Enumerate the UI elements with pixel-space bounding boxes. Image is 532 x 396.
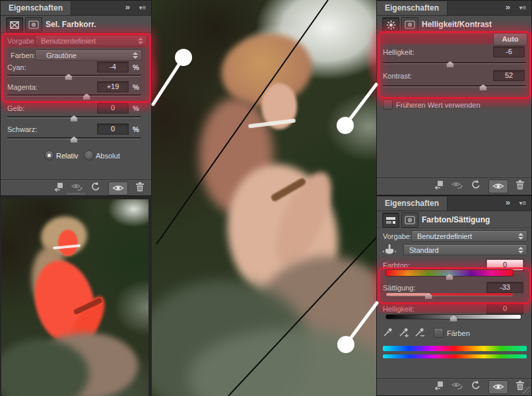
panel-resize-grip[interactable] — [523, 387, 530, 394]
visibility-eye-icon[interactable] — [488, 180, 508, 193]
slider-track — [7, 75, 141, 76]
mask-icon[interactable] — [25, 17, 42, 32]
helligkeit-label: Helligkeit: — [383, 48, 415, 56]
trash-icon[interactable] — [135, 182, 145, 195]
mask-icon[interactable] — [401, 17, 418, 32]
hue-ramp-adjusted — [383, 354, 527, 358]
trash-icon[interactable] — [515, 180, 525, 193]
schwarz-slider[interactable] — [7, 134, 141, 143]
clip-to-layer-icon[interactable] — [432, 180, 444, 193]
panel-menu-icon[interactable]: ▾≡ — [517, 3, 529, 12]
panel-footer — [377, 378, 531, 395]
vorgabe-dropdown[interactable]: Benutzerdefiniert — [35, 35, 147, 46]
tab-eigenschaften[interactable]: Eigenschaften — [1, 1, 71, 15]
farben-label: Farben: — [11, 51, 36, 59]
schwarz-value[interactable]: 0 — [97, 123, 129, 135]
kontrast-slider[interactable] — [383, 82, 526, 91]
auto-button[interactable]: Auto — [493, 33, 527, 46]
panel-tab-bar: Eigenschaften » ▾≡ — [377, 196, 531, 211]
saturation-track — [386, 293, 513, 296]
reset-icon[interactable] — [470, 380, 482, 393]
tab-eigenschaften[interactable]: Eigenschaften — [377, 1, 448, 15]
properties-panel-selective-color: Eigenschaften » ▾≡ Sel. Farbkorr. Vorgab… — [0, 0, 152, 196]
panel-tab-bar: Eigenschaften » ▾≡ — [1, 1, 151, 16]
gelb-label: Gelb: — [7, 104, 24, 112]
panel-title: Sel. Farbkorr. — [46, 20, 96, 29]
panel-footer — [377, 178, 531, 194]
slider-track — [7, 94, 141, 96]
cyan-slider[interactable] — [7, 71, 141, 81]
collapse-panel-icon[interactable]: » — [506, 2, 509, 12]
vorgabe-label: Vorgabe: — [7, 37, 36, 45]
schwarz-label: Schwarz: — [7, 125, 37, 133]
slider-track — [383, 62, 526, 63]
targeted-adjustment-icon[interactable] — [382, 244, 397, 258]
selective-color-adjustment-icon — [6, 17, 23, 32]
properties-panel-brightness-contrast: Eigenschaften » ▾≡ Helligkeit/Kontrast A… — [376, 0, 532, 195]
document-photo-main — [152, 0, 376, 396]
dropdown-arrows-icon — [138, 38, 143, 45]
collapse-panel-icon[interactable]: » — [506, 197, 509, 207]
farbton-hue-slider[interactable] — [386, 269, 513, 278]
helligkeit-value[interactable]: -6 — [493, 46, 525, 57]
clip-to-layer-icon[interactable] — [51, 182, 63, 195]
clip-to-layer-icon[interactable] — [432, 380, 444, 393]
faerben-label: Färben — [447, 329, 470, 337]
frueherer-wert-checkbox[interactable] — [383, 100, 393, 110]
panel-tab-bar: Eigenschaften » ▾≡ — [377, 1, 531, 16]
saettigung-slider[interactable] — [386, 290, 513, 300]
tutorial-screenshot: Eigenschaften » ▾≡ Sel. Farbkorr. Vorgab… — [0, 0, 532, 396]
magenta-slider[interactable] — [7, 91, 141, 100]
eyedropper-plus-icon[interactable] — [399, 327, 409, 340]
eyedropper-icon[interactable] — [383, 327, 393, 340]
vorgabe-dropdown[interactable]: Benutzerdefiniert — [411, 230, 527, 242]
visibility-eye-icon[interactable] — [108, 182, 128, 195]
document-photo-mask-preview — [1, 199, 149, 396]
absolut-radio[interactable] — [84, 150, 94, 160]
cyan-label: Cyan: — [7, 63, 26, 71]
vorgabe-label: Vorgabe: — [383, 232, 412, 240]
previous-state-icon[interactable] — [450, 180, 463, 193]
kontrast-value[interactable]: 52 — [493, 70, 525, 81]
previous-state-icon[interactable] — [450, 380, 463, 393]
panel-menu-icon[interactable]: ▾≡ — [517, 199, 529, 207]
frueherer-wert-label: Früheren Wert verwenden — [396, 101, 481, 109]
reset-icon[interactable] — [470, 180, 482, 193]
schwarz-unit: % — [133, 125, 139, 133]
farben-dropdown-value: Grautöne — [46, 51, 77, 59]
farben-dropdown[interactable]: Grautöne — [35, 50, 142, 61]
vorgabe-dropdown-value: Benutzerdefiniert — [41, 37, 96, 45]
collapse-panel-icon[interactable]: » — [125, 2, 129, 12]
faerben-checkbox[interactable] — [434, 328, 444, 338]
eyedropper-minus-icon[interactable] — [415, 327, 425, 340]
gelb-slider[interactable] — [7, 113, 141, 122]
panel-resize-nub[interactable] — [67, 193, 85, 195]
mask-icon[interactable] — [401, 213, 418, 228]
hue-ramp-reference — [383, 346, 527, 351]
relativ-radio[interactable] — [44, 150, 54, 160]
gelb-value[interactable]: 0 — [97, 102, 129, 114]
helligkeit-label: Helligkeit: — [383, 305, 415, 313]
mask-photo-face-red — [58, 230, 78, 256]
helligkeit-slider[interactable] — [383, 59, 526, 68]
brightness-contrast-adjustment-icon — [382, 17, 399, 32]
panel-title: Farbton/Sättigung — [422, 215, 490, 224]
helligkeit-bw-slider[interactable] — [386, 313, 521, 322]
channel-dropdown[interactable]: Standard — [403, 244, 527, 255]
channel-dropdown-value: Standard — [409, 246, 439, 254]
tab-eigenschaften[interactable]: Eigenschaften — [377, 197, 448, 211]
kontrast-label: Kontrast: — [383, 72, 412, 80]
magenta-unit: % — [133, 83, 139, 91]
hue-saturation-adjustment-icon — [382, 213, 399, 228]
properties-panel-hue-saturation: Eigenschaften » ▾≡ Farbton/Sättigung Vor… — [376, 195, 532, 396]
relativ-label: Relativ — [56, 152, 79, 160]
magenta-label: Magenta: — [7, 83, 38, 91]
visibility-eye-icon[interactable] — [488, 380, 508, 394]
dropdown-arrows-icon — [518, 233, 523, 240]
dropdown-arrows-icon — [518, 247, 523, 254]
panel-menu-icon[interactable]: ▾≡ — [137, 3, 149, 12]
vorgabe-dropdown-value: Benutzerdefiniert — [417, 232, 472, 240]
absolut-label: Absolut — [96, 152, 120, 160]
reset-icon[interactable] — [90, 182, 102, 195]
slider-track — [383, 85, 526, 86]
